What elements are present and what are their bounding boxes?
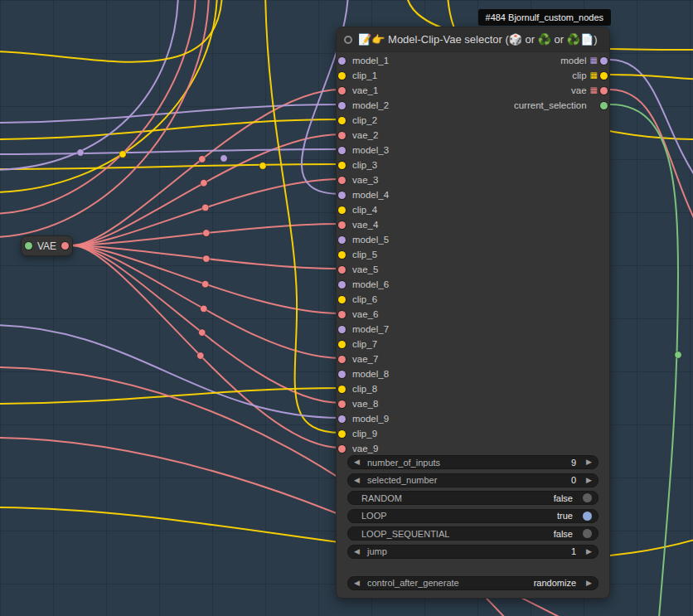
input-port-model_8[interactable]: model_8 (337, 366, 511, 381)
vae-node[interactable]: VAE (21, 235, 73, 256)
increment-arrow-icon[interactable]: ▶ (581, 477, 592, 484)
toggle-knob[interactable] (583, 529, 592, 538)
input-port-model_6[interactable]: model_6 (337, 277, 511, 292)
increment-arrow-icon[interactable]: ▶ (581, 458, 592, 466)
output-port-dot[interactable] (600, 87, 608, 95)
input-port-dot[interactable] (338, 281, 346, 289)
input-port-label: model_6 (352, 279, 389, 289)
node-id-tooltip: #484 Bjornulf_custom_nodes (478, 9, 611, 26)
output-port-dot[interactable] (600, 57, 608, 65)
widget-selected_number[interactable]: ◀selected_number0▶ (347, 473, 598, 487)
toggle-knob[interactable] (583, 493, 592, 502)
input-port-clip_2[interactable]: clip_2 (337, 113, 511, 128)
input-port-label: clip_6 (352, 294, 377, 304)
input-port-dot[interactable] (338, 206, 346, 214)
collapse-toggle-icon[interactable] (344, 36, 352, 44)
vae-node-input-dot[interactable] (25, 242, 32, 250)
widget-loop[interactable]: LOOPtrue (347, 509, 598, 523)
widget-jump[interactable]: ◀jump1▶ (347, 545, 598, 559)
input-port-model_3[interactable]: model_3 (337, 143, 511, 158)
input-port-dot[interactable] (338, 445, 346, 453)
input-port-dot[interactable] (338, 266, 346, 274)
input-port-dot[interactable] (338, 326, 346, 333)
widget-loop_sequential[interactable]: LOOP_SEQUENTIALfalse (347, 526, 598, 541)
input-port-label: model_5 (352, 235, 389, 245)
node-header[interactable]: 📝👉 Model-Clip-Vae selector (🎲 or ♻️ or ♻… (337, 27, 609, 52)
input-port-clip_6[interactable]: clip_6 (337, 292, 511, 307)
decrement-arrow-icon[interactable]: ◀ (354, 458, 365, 466)
output-port-vae[interactable]: vae▦ (419, 83, 609, 98)
input-port-dot[interactable] (338, 117, 346, 124)
input-port-vae_2[interactable]: vae_2 (337, 128, 511, 143)
input-port-dot[interactable] (338, 251, 346, 259)
vae-node-output-dot[interactable] (61, 242, 69, 250)
decrement-arrow-icon[interactable]: ◀ (354, 477, 365, 484)
input-port-dot[interactable] (338, 221, 346, 229)
input-port-dot[interactable] (338, 87, 346, 95)
input-port-clip_7[interactable]: clip_7 (337, 337, 511, 352)
increment-arrow-icon[interactable]: ▶ (581, 548, 592, 555)
input-port-dot[interactable] (338, 162, 346, 169)
input-port-label: clip_8 (352, 384, 377, 394)
input-port-dot[interactable] (338, 341, 346, 348)
input-port-vae_4[interactable]: vae_4 (337, 217, 511, 232)
input-port-label: model_7 (352, 324, 389, 334)
input-port-dot[interactable] (338, 356, 346, 363)
input-port-label: clip_4 (352, 205, 377, 215)
output-port-dot[interactable] (600, 72, 608, 80)
input-port-vae_8[interactable]: vae_8 (337, 396, 511, 411)
input-port-model_4[interactable]: model_4 (337, 187, 511, 202)
input-port-dot[interactable] (338, 386, 346, 393)
decrement-arrow-icon[interactable]: ◀ (354, 580, 365, 587)
output-port-model[interactable]: model▦ (419, 53, 609, 68)
input-port-dot[interactable] (338, 296, 346, 303)
input-port-dot[interactable] (338, 371, 346, 378)
output-port-label: clip (572, 70, 586, 80)
input-port-dot[interactable] (338, 57, 346, 65)
input-port-dot[interactable] (338, 72, 346, 80)
input-port-clip_4[interactable]: clip_4 (337, 202, 511, 217)
input-port-dot[interactable] (338, 192, 346, 199)
model-clip-vae-selector-node[interactable]: 📝👉 Model-Clip-Vae selector (🎲 or ♻️ or ♻… (336, 27, 610, 599)
link-wire-sel (610, 104, 678, 616)
input-port-vae_9[interactable]: vae_9 (337, 441, 511, 456)
input-port-dot[interactable] (338, 236, 346, 244)
widget-random[interactable]: RANDOMfalse (347, 491, 598, 505)
input-port-dot[interactable] (338, 415, 346, 423)
input-port-clip_8[interactable]: clip_8 (337, 381, 511, 396)
input-port-model_5[interactable]: model_5 (337, 232, 511, 247)
input-port-dot[interactable] (338, 132, 346, 139)
input-port-dot[interactable] (338, 400, 346, 408)
input-port-vae_5[interactable]: vae_5 (337, 262, 511, 277)
input-port-label: vae_9 (352, 444, 378, 454)
widget-number_of_inputs[interactable]: ◀number_of_inputs9▶ (347, 455, 598, 469)
input-port-dot[interactable] (338, 177, 346, 184)
input-port-model_7[interactable]: model_7 (337, 322, 511, 337)
input-port-clip_9[interactable]: clip_9 (337, 426, 511, 441)
widget-label: RANDOM (361, 493, 402, 503)
input-port-vae_3[interactable]: vae_3 (337, 172, 511, 187)
input-port-dot[interactable] (338, 430, 346, 438)
input-port-vae_7[interactable]: vae_7 (337, 352, 511, 366)
input-port-label: model_8 (352, 369, 389, 379)
toggle-knob[interactable] (583, 512, 592, 521)
decrement-arrow-icon[interactable]: ◀ (354, 548, 365, 555)
input-port-clip_3[interactable]: clip_3 (337, 158, 511, 172)
input-port-model_9[interactable]: model_9 (337, 411, 511, 426)
output-port-current_selection[interactable]: current_selection▦ (419, 98, 609, 113)
link-midpoint-dot (220, 155, 227, 162)
widget-value: false (554, 493, 573, 503)
output-port-dot[interactable] (600, 102, 608, 109)
input-port-dot[interactable] (338, 311, 346, 318)
increment-arrow-icon[interactable]: ▶ (581, 580, 592, 587)
link-wire-clip (265, 0, 341, 433)
multi-link-grid-icon: ▦ (590, 71, 598, 80)
output-port-clip[interactable]: clip▦ (419, 68, 609, 83)
input-port-vae_6[interactable]: vae_6 (337, 307, 511, 322)
input-port-label: vae_6 (352, 309, 378, 319)
link-midpoint-dot (197, 352, 204, 359)
input-port-clip_5[interactable]: clip_5 (337, 247, 511, 262)
widget-control_after_generate[interactable]: ◀control_after_generaterandomize▶ (347, 576, 598, 590)
input-port-dot[interactable] (338, 147, 346, 154)
input-port-dot[interactable] (338, 102, 346, 109)
